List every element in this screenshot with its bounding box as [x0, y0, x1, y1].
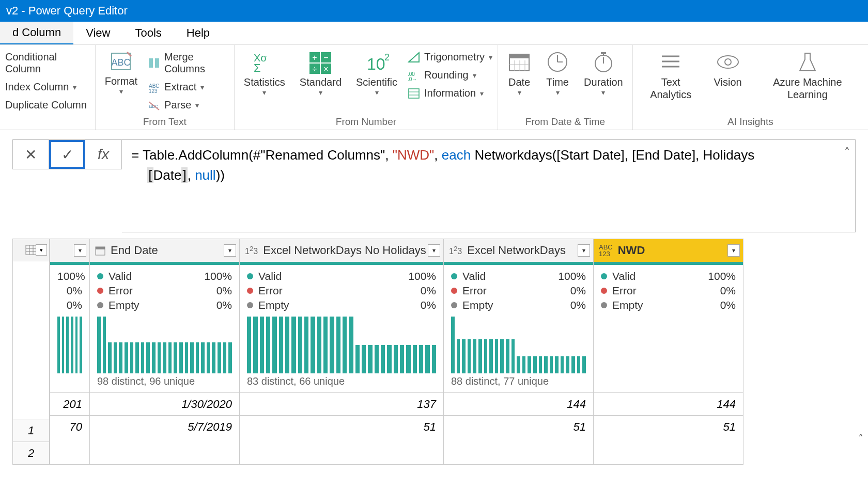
svg-text:2: 2 — [384, 52, 390, 62]
time-button[interactable]: Time — [541, 48, 574, 99]
statistics-button[interactable]: ΧσΣ Statistics — [240, 48, 289, 99]
column-filter-icon[interactable]: ▾ — [74, 244, 86, 257]
tab-tools[interactable]: Tools — [122, 22, 174, 44]
standard-button[interactable]: +−÷× Standard — [296, 48, 346, 99]
format-button[interactable]: ABC Format — [101, 48, 142, 98]
svg-text:123: 123 — [149, 88, 158, 93]
distribution-chart — [240, 317, 443, 373]
row-index-header[interactable]: ▾ — [12, 239, 50, 261]
scientific-button[interactable]: 102 Scientific — [352, 48, 401, 99]
group-label-from-text: From Text — [101, 114, 229, 130]
trigonometry-button[interactable]: Trigonometry — [408, 50, 492, 64]
formula-collapse-button[interactable]: ˄ — [844, 144, 850, 161]
column-filter-icon[interactable]: ▾ — [224, 244, 236, 257]
cell[interactable]: 201 — [50, 392, 89, 415]
info-icon — [408, 88, 420, 99]
cell[interactable]: 51 — [594, 415, 743, 438]
column-header-networkdays[interactable]: 123 Excel NetworkDays ▾ — [444, 239, 593, 262]
cell[interactable]: 144 — [444, 392, 593, 415]
azure-ml-button[interactable]: Azure Machine Learning — [752, 48, 863, 103]
stopwatch-icon — [592, 50, 615, 74]
formula-commit-button[interactable]: ✓ — [49, 140, 85, 169]
text-analytics-icon — [659, 50, 683, 74]
svg-text:−: − — [324, 53, 329, 62]
svg-point-42 — [718, 56, 738, 68]
clock-icon — [546, 50, 569, 74]
svg-rect-3 — [149, 58, 153, 68]
svg-text:.0→: .0→ — [408, 76, 417, 81]
group-label-from-number: From Number — [240, 114, 492, 130]
date-button[interactable]: Date — [503, 48, 535, 99]
column-filter-icon[interactable]: ▾ — [727, 244, 740, 257]
index-column-button[interactable]: Index Column — [5, 80, 90, 94]
group-label-from-datetime: From Date & Time — [503, 114, 627, 130]
parse-icon: abc — [148, 100, 160, 111]
cell[interactable]: 1/30/2020 — [90, 392, 239, 415]
tab-view[interactable]: View — [73, 22, 122, 44]
dropdown-icon[interactable]: ▾ — [36, 244, 47, 256]
formula-fx-button[interactable]: fx — [85, 140, 121, 169]
vision-button[interactable]: Vision — [710, 48, 746, 90]
formula-bar: ✕ ✓ fx = Table.AddColumn(#"Renamed Colum… — [0, 130, 868, 239]
column-filter-icon[interactable]: ▾ — [578, 244, 590, 257]
svg-text:+: + — [313, 53, 317, 62]
tab-add-column[interactable]: d Column — [0, 22, 73, 44]
svg-rect-27 — [509, 54, 529, 58]
any-type-icon: ABC123 — [599, 244, 613, 257]
statistics-icon: ΧσΣ — [252, 50, 277, 74]
conditional-column-button[interactable]: Conditional Column — [5, 50, 90, 76]
row-index[interactable]: 1 — [12, 419, 50, 442]
svg-rect-36 — [601, 52, 606, 54]
calendar-icon — [507, 50, 531, 74]
svg-text:ABC: ABC — [112, 57, 131, 68]
cell[interactable]: 51 — [240, 415, 443, 438]
scientific-icon: 102 — [364, 50, 390, 74]
cell[interactable]: 70 — [50, 415, 89, 438]
column-header-nwd[interactable]: ABC123 NWD ▾ — [594, 239, 743, 262]
number-type-icon: 123 — [245, 245, 258, 256]
column-header-end-date[interactable]: End Date ▾ — [90, 239, 239, 262]
tab-help[interactable]: Help — [174, 22, 222, 44]
scroll-up-icon[interactable]: ˄ — [855, 430, 867, 447]
formula-input[interactable]: = Table.AddColumn(#"Renamed Columns", "N… — [122, 139, 856, 232]
ribbon-tabs: d Column View Tools Help — [0, 22, 868, 45]
trig-icon — [408, 52, 420, 63]
column-header[interactable]: ▾ — [50, 239, 89, 262]
number-type-icon: 123 — [449, 245, 462, 256]
extract-button[interactable]: ABC123Extract — [148, 80, 229, 94]
distinct-label: 98 distinct, 96 unique — [90, 373, 239, 392]
distribution-chart — [50, 317, 89, 373]
flask-icon — [796, 50, 819, 74]
ribbon: Conditional Column Index Column Duplicat… — [0, 45, 868, 130]
formula-cancel-button[interactable]: ✕ — [13, 140, 49, 169]
column-header-networkdays-no-holidays[interactable]: 123 Excel NetworkDays No Holidays ▾ — [240, 239, 443, 262]
cell[interactable]: 144 — [594, 392, 743, 415]
window-title: v2 - Power Query Editor — [6, 4, 128, 18]
duration-button[interactable]: Duration — [580, 48, 627, 99]
svg-text:Σ: Σ — [254, 61, 261, 74]
distinct-label: 88 distinct, 77 unique — [444, 373, 593, 392]
distribution-chart — [90, 317, 239, 373]
svg-rect-4 — [155, 58, 159, 68]
cell[interactable]: 51 — [444, 415, 593, 438]
row-index[interactable]: 2 — [12, 442, 50, 465]
distribution-chart — [444, 317, 593, 373]
column-filter-icon[interactable]: ▾ — [428, 244, 440, 257]
cell[interactable]: 137 — [240, 392, 443, 415]
svg-rect-44 — [26, 245, 36, 255]
merge-columns-button[interactable]: Merge Columns — [148, 50, 229, 76]
extract-icon: ABC123 — [148, 82, 160, 93]
distribution-chart — [594, 317, 743, 373]
information-button[interactable]: Information — [408, 86, 492, 100]
duplicate-column-button[interactable]: Duplicate Column — [5, 98, 90, 112]
date-type-icon — [95, 245, 105, 256]
title-bar: v2 - Power Query Editor — [0, 0, 868, 22]
svg-text:×: × — [324, 65, 329, 73]
cell[interactable]: 5/7/2019 — [90, 415, 239, 438]
svg-rect-23 — [409, 89, 419, 98]
text-analytics-button[interactable]: Text Analytics — [638, 48, 704, 103]
svg-text:÷: ÷ — [313, 65, 317, 73]
rounding-button[interactable]: .00.0→Rounding — [408, 68, 492, 82]
svg-point-43 — [725, 59, 731, 65]
parse-button[interactable]: abcParse — [148, 98, 229, 112]
